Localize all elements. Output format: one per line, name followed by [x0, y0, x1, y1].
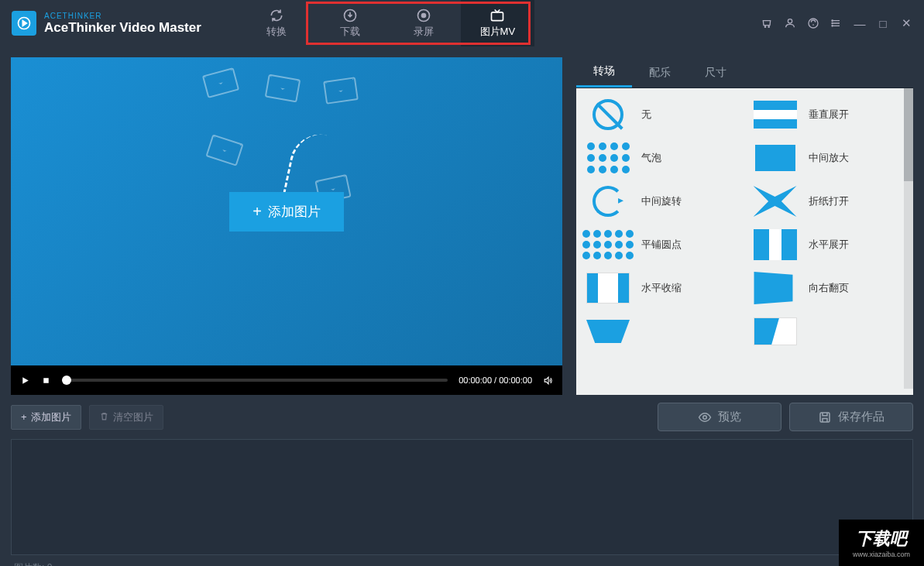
timeline[interactable] — [11, 439, 913, 555]
trash-icon — [99, 411, 109, 424]
envelope-decoration — [323, 77, 359, 105]
transitions-grid: 无 垂直展开 气泡 中间放大 中间旋转 折纸打开 平铺圆点 水平展开 水平收缩 … — [576, 88, 913, 395]
stop-icon[interactable] — [41, 376, 51, 386]
transition-flipright[interactable]: 向右翻页 — [751, 269, 906, 307]
watermark: 下载吧 www.xiazaiba.com — [839, 520, 924, 566]
svg-rect-10 — [43, 378, 49, 383]
svg-point-11 — [703, 415, 707, 419]
save-icon — [818, 410, 832, 424]
preview-button[interactable]: 预览 — [658, 403, 781, 431]
brand-title: AceThinker Video Master — [44, 20, 201, 36]
transition-hexpand[interactable]: 水平展开 — [751, 226, 906, 263]
transition-zoom[interactable]: 中间放大 — [751, 139, 906, 177]
cart-icon[interactable] — [761, 17, 773, 29]
tab-music[interactable]: 配乐 — [632, 57, 688, 87]
user-icon[interactable] — [784, 17, 796, 29]
support-icon[interactable] — [807, 17, 819, 29]
eye-icon — [698, 410, 712, 424]
tab-transition[interactable]: 转场 — [576, 57, 632, 87]
tab-download[interactable]: 下载 — [314, 0, 387, 46]
envelope-decoration — [202, 67, 239, 98]
transition-origami[interactable]: 折纸打开 — [751, 183, 906, 220]
download-icon — [342, 8, 358, 23]
main-area: + 添加图片 00:00:00 / 00:00:00 转场 配乐 尺寸 无 垂直… — [0, 46, 924, 395]
svg-rect-12 — [820, 413, 830, 422]
svg-point-3 — [422, 14, 426, 18]
save-button[interactable]: 保存作品 — [789, 403, 913, 431]
preview-canvas[interactable]: + 添加图片 — [11, 57, 562, 365]
envelope-decoration — [265, 74, 301, 103]
footer-status: 图片数: 0 — [0, 555, 924, 566]
tab-record[interactable]: 录屏 — [387, 0, 461, 46]
side-tabs: 转场 配乐 尺寸 — [576, 57, 913, 88]
tab-size[interactable]: 尺寸 — [688, 57, 744, 87]
transition-bubble[interactable]: 气泡 — [584, 139, 739, 177]
add-photo-small-button[interactable]: + 添加图片 — [11, 405, 81, 430]
nav-tabs: 转换 下载 录屏 图片MV — [240, 0, 534, 46]
transition-more1[interactable] — [584, 313, 739, 350]
transition-none[interactable]: 无 — [584, 96, 739, 133]
svg-rect-4 — [492, 12, 503, 21]
plus-icon: + — [252, 203, 262, 221]
transition-hshrink[interactable]: 水平收缩 — [584, 269, 739, 307]
close-button[interactable]: ✕ — [900, 17, 912, 29]
maximize-button[interactable]: □ — [877, 17, 889, 29]
record-icon — [416, 8, 431, 23]
svg-point-5 — [788, 19, 792, 23]
tab-photomv[interactable]: 图片MV — [461, 0, 534, 46]
player-controls: 00:00:00 / 00:00:00 — [11, 365, 562, 395]
svg-point-9 — [832, 26, 833, 26]
app-header: ACETHINKER AceThinker Video Master 转换 下载… — [0, 0, 924, 46]
svg-point-8 — [832, 22, 833, 23]
minimize-button[interactable]: — — [854, 17, 866, 29]
transition-rotate[interactable]: 中间旋转 — [584, 183, 739, 220]
app-logo — [12, 11, 36, 36]
transition-vexpand[interactable]: 垂直展开 — [751, 96, 906, 133]
brand-subtitle: ACETHINKER — [44, 12, 201, 20]
svg-point-7 — [832, 20, 833, 21]
time-display: 00:00:00 / 00:00:00 — [459, 376, 532, 385]
envelope-decoration — [205, 134, 243, 166]
clear-photo-button[interactable]: 清空图片 — [89, 405, 163, 430]
progress-slider[interactable] — [62, 379, 448, 382]
refresh-icon — [269, 8, 284, 23]
volume-icon[interactable] — [543, 376, 553, 386]
add-photo-button[interactable]: + 添加图片 — [229, 192, 344, 232]
transition-tiledots[interactable]: 平铺圆点 — [584, 226, 739, 263]
menu-icon[interactable] — [830, 17, 843, 29]
side-panel: 转场 配乐 尺寸 无 垂直展开 气泡 中间放大 中间旋转 折纸打开 平铺圆点 水… — [576, 57, 913, 395]
side-scrollbar[interactable] — [904, 88, 913, 389]
action-bar: + 添加图片 清空图片 预览 保存作品 — [0, 395, 924, 439]
brand-text: ACETHINKER AceThinker Video Master — [44, 12, 201, 36]
window-controls: — □ ✕ — [761, 17, 912, 29]
transition-more2[interactable] — [751, 313, 906, 350]
plus-icon: + — [21, 411, 27, 423]
preview-column: + 添加图片 00:00:00 / 00:00:00 — [11, 57, 562, 395]
play-icon[interactable] — [20, 376, 30, 386]
tab-convert[interactable]: 转换 — [240, 0, 314, 46]
tv-icon — [489, 8, 505, 23]
